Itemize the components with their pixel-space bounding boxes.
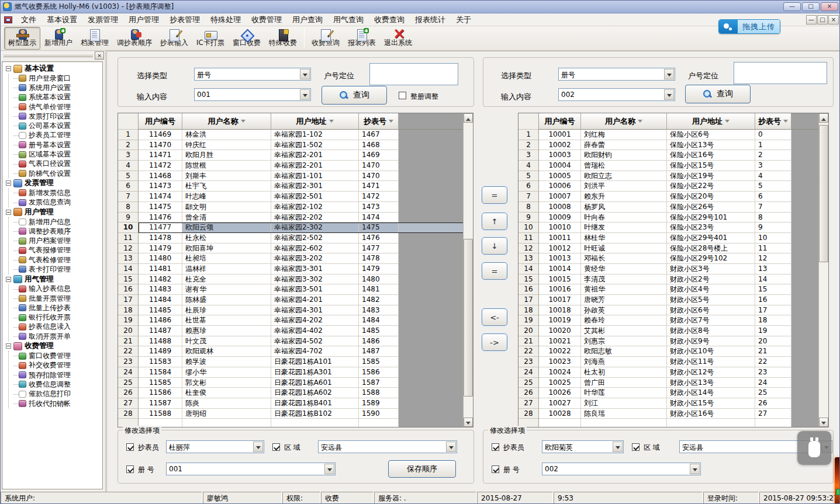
- scroll-down-button[interactable]: [464, 418, 473, 427]
- tree-item[interactable]: 输入抄表信息: [9, 284, 102, 294]
- table-row[interactable]: 1611483谢有华幸福家园3-5011481: [118, 284, 473, 295]
- tree-item[interactable]: 补交收费管理: [9, 361, 102, 370]
- area-combo-left[interactable]: 安远县: [318, 440, 457, 453]
- table-row[interactable]: 710007赖东升保险小区20号6: [518, 192, 828, 202]
- tree-item[interactable]: 气表口径设置: [9, 159, 102, 169]
- tree-item[interactable]: 批量上传抄表: [9, 303, 102, 312]
- tree-item[interactable]: 窗口收费管理: [9, 351, 102, 360]
- meter-reader-combo-right[interactable]: 欧阳菊英: [542, 440, 624, 453]
- column-header[interactable]: 用户名称: [182, 113, 271, 130]
- select-type-combo-left[interactable]: 册号: [194, 68, 311, 81]
- chevron-down-icon[interactable]: [253, 442, 263, 452]
- column-header[interactable]: 用户地址: [667, 113, 755, 130]
- toolbar-button-fee-query[interactable]: 收费查询: [307, 27, 344, 50]
- toolbar-button-meter-input[interactable]: 抄表输入: [156, 27, 192, 50]
- select-type-combo-right[interactable]: 册号: [558, 68, 675, 81]
- tree-item[interactable]: 表卡打印管理: [9, 265, 102, 274]
- tree-item[interactable]: 批量开票管理: [9, 294, 102, 303]
- table-row[interactable]: 2410024杜太初财政小区12号23: [518, 367, 828, 378]
- table-row[interactable]: 110001刘红梅保险小区6号0: [518, 130, 828, 140]
- table-row[interactable]: 410004曾瑞松保险小区15号3: [518, 161, 828, 171]
- column-header[interactable]: 用户地址: [271, 113, 359, 130]
- restore-button[interactable]: □: [802, 2, 820, 11]
- chevron-down-icon[interactable]: [324, 464, 334, 474]
- tree-item[interactable]: 区域基本设置: [9, 150, 102, 159]
- table-row[interactable]: 311471欧阳月胜幸福家园2-2011469: [118, 150, 473, 161]
- table-row[interactable]: 1411481温林祥幸福家园3-3011479: [118, 264, 473, 274]
- tree-item[interactable]: 发票打印设置: [9, 112, 102, 121]
- table-row[interactable]: 711474叶志峰幸福家园2-5011472: [118, 192, 473, 202]
- transfer-button-equals-top[interactable]: =: [482, 186, 507, 204]
- mdi-close-button[interactable]: ×: [828, 15, 839, 25]
- table-row[interactable]: 2011487赖惠珍幸福家园4-4021485: [118, 326, 473, 336]
- transfer-button-move-left[interactable]: <-: [482, 308, 507, 326]
- mdi-minimize-button[interactable]: —: [806, 15, 817, 25]
- tree-item[interactable]: 调整抄表顺序: [9, 227, 102, 236]
- collapse-icon[interactable]: [6, 277, 11, 282]
- table-row[interactable]: 310003欧阳财钧保险小区16号2: [518, 150, 828, 161]
- table-row[interactable]: 810008杨罗风保险小区26号7: [518, 202, 828, 213]
- table-row[interactable]: 1410014黄经华财政小区3号13: [518, 264, 828, 274]
- toolbar-button-archive-mgmt[interactable]: 档案管理: [77, 27, 113, 50]
- tree-item[interactable]: 系统用户设置: [9, 83, 102, 92]
- toolbar-button-exit-system[interactable]: 退出系统: [380, 27, 416, 50]
- table-row[interactable]: 610006刘洪平保险小区22号5: [518, 181, 828, 192]
- chevron-down-icon[interactable]: [300, 69, 310, 79]
- tree-panel-close-button[interactable]: ×: [95, 51, 104, 60]
- tree-item[interactable]: 用户登录窗口: [9, 74, 102, 83]
- account-locate-input-right[interactable]: [734, 62, 827, 84]
- chevron-down-icon[interactable]: [664, 89, 674, 100]
- save-order-button[interactable]: 保存顺序: [388, 460, 456, 478]
- drag-upload-button[interactable]: 拖拽上传: [718, 19, 780, 34]
- table-row[interactable]: 2810028陈良瑶财政小区16号27: [518, 409, 828, 419]
- menu-item-file[interactable]: 文件: [16, 13, 42, 26]
- table-row[interactable]: 1111478杜永松幸福家园2-5021476: [118, 233, 473, 244]
- table-row[interactable]: 1711484陈林盛幸福家园4-2011482: [118, 295, 473, 305]
- table-row[interactable]: 511468刘斯丰幸福家园1-1011470: [118, 171, 473, 182]
- table-row[interactable]: 1211479欧阳喜坤幸福家园2-6021477: [118, 244, 473, 254]
- query-button-right[interactable]: 查询: [685, 85, 751, 103]
- table-row[interactable]: 2811588唐明绍日豪花园1栋B1021590: [118, 409, 473, 419]
- tree-item[interactable]: 收费信息调整: [9, 380, 102, 389]
- panel-grip[interactable]: [4, 54, 93, 57]
- column-header[interactable]: 用户名称: [581, 113, 667, 130]
- toolbar-button-window-fee[interactable]: 窗口收费: [229, 27, 265, 50]
- column-header[interactable]: 用户编号: [539, 113, 581, 130]
- table-row[interactable]: 2610026叶华莲财政小区14号25: [518, 388, 828, 398]
- book-checkbox-right[interactable]: [492, 465, 499, 473]
- menu-item-fee-mgmt[interactable]: 收费管理: [246, 13, 287, 26]
- query-button-left[interactable]: 查询: [322, 86, 387, 105]
- table-row[interactable]: 1811485杜辰珍幸福家园4-3011483: [118, 305, 473, 316]
- table-row[interactable]: 211470钟庆红幸福家园1-5021468: [118, 140, 473, 151]
- toolbar-button-install-list[interactable]: 报装列表: [344, 27, 380, 50]
- scrollbar-thumb[interactable]: [819, 125, 828, 262]
- table-row[interactable]: 2210022欧阳志敏财政小区10号21: [518, 346, 828, 357]
- book-combo-left[interactable]: 001: [166, 463, 336, 475]
- menu-item-gas-query[interactable]: 用气查询: [328, 13, 369, 26]
- book-combo-right[interactable]: 002: [542, 463, 701, 475]
- tree-item[interactable]: 发票信息查询: [9, 198, 102, 207]
- table-row[interactable]: 1010010叶继发保险小区23号9: [518, 223, 828, 233]
- collapse-icon[interactable]: [6, 180, 11, 186]
- table-row[interactable]: 2710027刘江财政小区15号26: [518, 398, 828, 409]
- column-header[interactable]: 抄表号: [755, 113, 791, 130]
- collapse-icon[interactable]: [6, 66, 11, 71]
- table-row[interactable]: 1210012叶旺诚保险小区28号楼上11: [518, 244, 828, 254]
- menu-item-user-query[interactable]: 用户查询: [287, 13, 328, 26]
- table-row[interactable]: 1011477欧阳云颂幸福家园2-3021475: [118, 223, 473, 233]
- table-row[interactable]: 1511482杜克全幸福家园3-3021480: [118, 274, 473, 285]
- tree-item[interactable]: 阶梯气价设置: [9, 169, 102, 178]
- table-row[interactable]: 1710017唐晓芳财政小区5号16: [518, 295, 828, 305]
- table-row[interactable]: 2110021刘惠宗财政小区9号20: [518, 336, 828, 347]
- table-row[interactable]: 1110011林桂华保险小区29号40110: [518, 233, 828, 244]
- tree-item[interactable]: 系统基本设置: [9, 93, 102, 102]
- table-row[interactable]: 2010020艾其彬财政小区8号19: [518, 326, 828, 336]
- tree-item[interactable]: 托收代扣销帐: [9, 399, 102, 408]
- table-row[interactable]: 811475鄢文明幸福家园2-1021473: [118, 202, 473, 213]
- close-button[interactable]: ×: [821, 2, 838, 11]
- table-row[interactable]: 611473杜宇飞幸福家园2-3011471: [118, 181, 473, 192]
- tree-item[interactable]: 用户档案管理: [9, 236, 102, 245]
- table-row[interactable]: 1610016黄祖华财政小区4号15: [518, 284, 828, 295]
- tree-group[interactable]: 发票管理: [5, 178, 102, 188]
- meter-reader-checkbox-left[interactable]: [126, 443, 134, 451]
